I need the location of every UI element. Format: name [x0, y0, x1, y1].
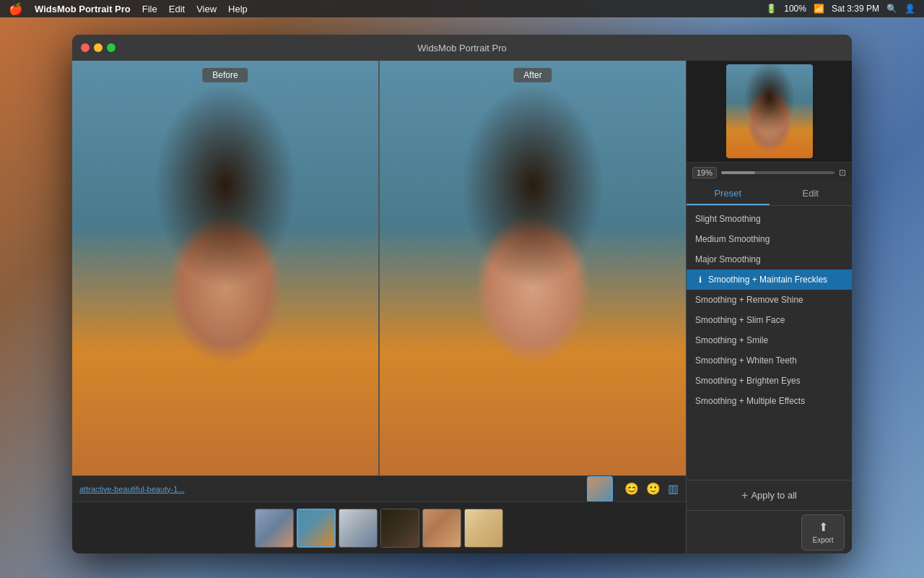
minimize-button[interactable]	[94, 43, 103, 52]
after-image	[380, 61, 686, 475]
filmstrip-thumb-4[interactable]	[380, 509, 419, 548]
preset-list: Slight Smoothing Medium Smoothing Major …	[687, 206, 852, 480]
preset-item-slight-smoothing[interactable]: Slight Smoothing	[687, 209, 852, 229]
preset-item-smoothing-remove-shine[interactable]: Smoothing + Remove Shine	[687, 290, 852, 310]
apply-all-button[interactable]: + Apply to all	[741, 489, 797, 502]
traffic-lights	[81, 43, 116, 52]
preset-item-smoothing-multiple-effects[interactable]: Smoothing + Multiple Effects	[687, 391, 852, 411]
current-thumb-img	[587, 476, 613, 502]
filmstrip-thumb-2[interactable]	[297, 509, 336, 548]
filename-link[interactable]: attractive-beautiful-beauty-1...	[79, 485, 185, 493]
window-title: WidsMob Portrait Pro	[417, 43, 507, 53]
preset-label-smoothing-brighten-eyes: Smoothing + Brighten Eyes	[695, 376, 801, 386]
preset-label-smoothing-whiten-teeth: Smoothing + Whiten Teeth	[695, 355, 797, 366]
control-center-icon[interactable]: 👤	[905, 4, 915, 14]
preset-item-major-smoothing[interactable]: Major Smoothing	[687, 249, 852, 269]
tab-preset[interactable]: Preset	[687, 182, 770, 205]
menubar-right: 🔋 100% 📶 Sat 3:39 PM 🔍 👤	[766, 4, 915, 14]
filmstrip-thumb-5[interactable]	[422, 509, 461, 548]
preset-label-smoothing-maintain-freckles: Smoothing + Maintain Freckles	[708, 275, 827, 285]
preset-label-major-smoothing: Major Smoothing	[695, 254, 761, 264]
after-panel: After	[380, 61, 686, 475]
apply-bar: + Apply to all	[687, 480, 852, 510]
export-label: Export	[813, 536, 834, 544]
before-panel: Before	[72, 61, 380, 475]
maximize-button[interactable]	[107, 43, 116, 52]
preset-selected-icon: ℹ	[695, 275, 705, 285]
sidebar-preview	[687, 61, 852, 162]
apply-plus-icon: +	[741, 489, 748, 502]
preset-item-smoothing-brighten-eyes[interactable]: Smoothing + Brighten Eyes	[687, 371, 852, 391]
preset-item-smoothing-maintain-freckles[interactable]: ℹ Smoothing + Maintain Freckles	[687, 269, 852, 290]
preset-item-smoothing-smile[interactable]: Smoothing + Smile	[687, 330, 852, 350]
apple-menu[interactable]: 🍎	[9, 2, 23, 16]
image-area: Before After attractive-beautiful-beauty…	[72, 61, 686, 553]
preset-label-slight-smoothing: Slight Smoothing	[695, 214, 761, 224]
sidebar: 19% ⊡ Preset Edit Slight Smoothing Mediu…	[686, 61, 852, 553]
menu-help[interactable]: Help	[228, 4, 248, 14]
close-button[interactable]	[81, 43, 90, 52]
menubar: 🍎 WidsMob Portrait Pro File Edit View He…	[0, 0, 924, 17]
zoom-level: 19%	[692, 167, 717, 178]
current-thumb	[587, 476, 613, 502]
battery-icon: 🔋	[766, 4, 777, 14]
main-content: Before After attractive-beautiful-beauty…	[72, 61, 852, 553]
preview-image	[726, 64, 813, 158]
battery-level: 100%	[784, 4, 806, 14]
app-name: WidsMob Portrait Pro	[35, 4, 131, 14]
zoom-fit-icon[interactable]: ⊡	[839, 168, 846, 178]
before-image	[72, 61, 378, 475]
clock: Sat 3:39 PM	[832, 4, 879, 14]
zoom-slider[interactable]	[721, 171, 834, 174]
filmstrip-thumb-1[interactable]	[255, 509, 294, 548]
preset-label-medium-smoothing: Medium Smoothing	[695, 234, 770, 244]
search-icon[interactable]: 🔍	[886, 4, 897, 14]
wifi-icon: 📶	[814, 4, 824, 14]
bottom-icons: 😊 🙂 ▥	[624, 482, 679, 496]
export-icon: ⬆	[819, 520, 828, 534]
apply-all-label: Apply to all	[751, 490, 797, 501]
preset-item-medium-smoothing[interactable]: Medium Smoothing	[687, 229, 852, 249]
preset-label-smoothing-slim-face: Smoothing + Slim Face	[695, 315, 785, 325]
after-label: After	[513, 68, 552, 82]
filmstrip-thumb-6[interactable]	[464, 509, 503, 548]
menu-edit[interactable]: Edit	[169, 4, 185, 14]
before-label: Before	[202, 68, 248, 82]
preset-item-smoothing-whiten-teeth[interactable]: Smoothing + Whiten Teeth	[687, 350, 852, 371]
export-button[interactable]: ⬆ Export	[801, 514, 845, 551]
tab-bar: Preset Edit	[687, 182, 852, 206]
app-window: WidsMob Portrait Pro Before After attr	[72, 35, 852, 553]
tab-edit[interactable]: Edit	[770, 182, 853, 205]
zoom-slider-fill	[721, 171, 755, 174]
preset-item-smoothing-slim-face[interactable]: Smoothing + Slim Face	[687, 310, 852, 330]
split-view-icon[interactable]: ▥	[668, 482, 679, 496]
image-viewer: Before After	[72, 61, 686, 475]
preset-label-smoothing-remove-shine: Smoothing + Remove Shine	[695, 295, 803, 305]
zoom-bar: 19% ⊡	[687, 162, 852, 182]
face-detect-icon[interactable]: 😊	[624, 482, 639, 496]
preset-label-smoothing-smile: Smoothing + Smile	[695, 335, 768, 345]
image-bottom-bar: attractive-beautiful-beauty-1... 😊 🙂 ▥	[72, 475, 686, 501]
filmstrip	[72, 501, 686, 553]
compare-icon[interactable]: 🙂	[646, 482, 661, 496]
preset-label-smoothing-multiple-effects: Smoothing + Multiple Effects	[695, 396, 805, 406]
menu-file[interactable]: File	[142, 4, 157, 14]
menu-view[interactable]: View	[196, 4, 217, 14]
title-bar: WidsMob Portrait Pro	[72, 35, 852, 61]
filmstrip-thumb-3[interactable]	[339, 509, 378, 548]
